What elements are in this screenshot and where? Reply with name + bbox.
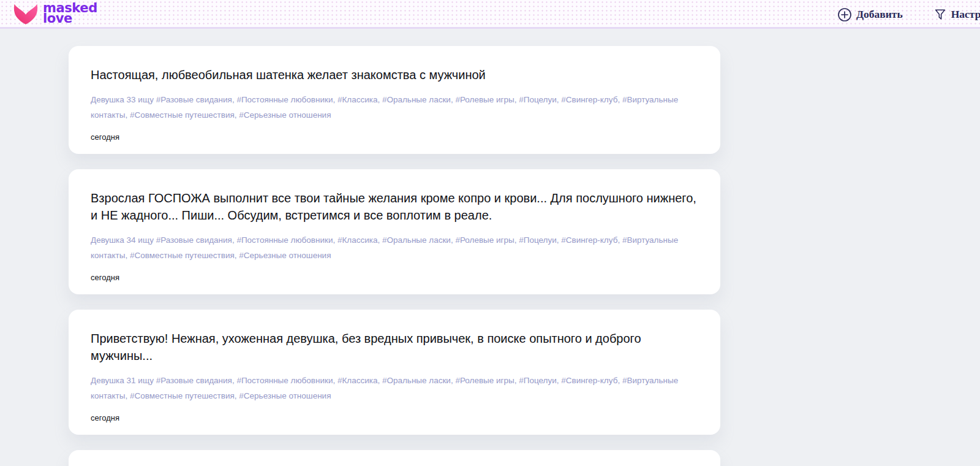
listing-title[interactable]: Взрослая ГОСПОЖА выполнит все твои тайны… — [91, 189, 698, 224]
top-bar: masked love Добавить Настроить — [0, 0, 980, 29]
mask-logo-icon — [12, 1, 39, 26]
listing-date: сегодня — [91, 272, 698, 283]
filter-funnel-icon — [933, 8, 947, 21]
filter-button-label: Настроить — [951, 8, 980, 21]
listing-title[interactable]: Настоящая, любвеобильная шатенка желает … — [91, 66, 698, 83]
listing-card[interactable]: Настоящая, любвеобильная шатенка желает … — [69, 46, 720, 154]
listing-title[interactable]: Приветствую! Нежная, ухоженная девушка, … — [91, 330, 698, 364]
listing-card-partial[interactable] — [69, 450, 720, 466]
listing-card[interactable]: Приветствую! Нежная, ухоженная девушка, … — [69, 310, 720, 435]
listing-tags: Девушка 31 ищу #Разовые свидания, #Посто… — [91, 373, 698, 403]
listing-date: сегодня — [91, 132, 698, 143]
header-actions: Добавить Настроить — [837, 0, 980, 29]
add-button-label: Добавить — [856, 8, 903, 21]
brand-name: masked love — [43, 3, 97, 25]
listing-tags: Девушка 34 ищу #Разовые свидания, #Посто… — [91, 232, 698, 263]
listings-feed: Настоящая, любвеобильная шатенка желает … — [0, 29, 980, 466]
listing-tags: Девушка 33 ищу #Разовые свидания, #Посто… — [91, 92, 698, 123]
listing-date: сегодня — [91, 413, 698, 424]
plus-circle-icon — [837, 7, 852, 22]
brand-name-line2: love — [43, 13, 97, 25]
add-button[interactable]: Добавить — [837, 7, 903, 22]
listing-card[interactable]: Взрослая ГОСПОЖА выполнит все твои тайны… — [69, 169, 720, 294]
brand-logo[interactable]: masked love — [12, 1, 97, 26]
filter-button[interactable]: Настроить — [933, 8, 980, 21]
